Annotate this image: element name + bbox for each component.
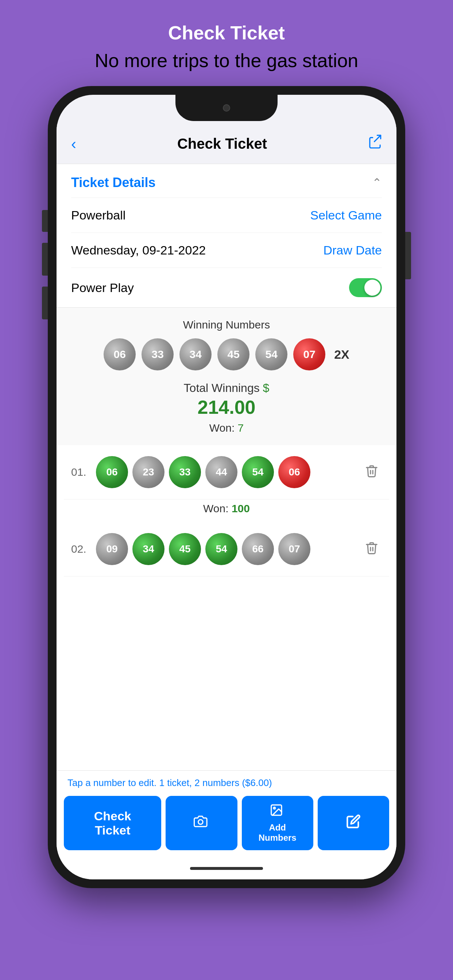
delete-ticket-1-button[interactable] xyxy=(362,462,382,482)
date-row: Wednesday, 09-21-2022 Draw Date xyxy=(71,233,382,268)
camera-button[interactable] xyxy=(166,796,237,850)
tickets-section: 01. 06 23 33 44 54 06 xyxy=(57,445,396,770)
draw-date-button[interactable]: Draw Date xyxy=(323,243,382,258)
side-button-right xyxy=(405,232,411,279)
hint-text: Tap a number to edit. xyxy=(67,777,156,788)
chevron-up-icon: ⌃ xyxy=(372,176,382,189)
phone-screen: ‹ Check Ticket Ticket Details ⌃ xyxy=(57,95,396,880)
ticket-details-section: Ticket Details ⌃ Powerball Select Game W… xyxy=(57,164,396,308)
nav-bar: ‹ Check Ticket xyxy=(57,124,396,164)
svg-point-3 xyxy=(274,807,275,809)
select-game-button[interactable]: Select Game xyxy=(310,208,382,223)
photo-icon xyxy=(270,803,286,820)
edit-icon xyxy=(346,814,361,832)
winning-numbers-label: Winning Numbers xyxy=(183,319,270,331)
ticket-details-header: Ticket Details ⌃ xyxy=(71,164,382,198)
share-button[interactable] xyxy=(368,134,382,153)
delete-ticket-2-button[interactable] xyxy=(362,539,382,559)
winning-powerball[interactable]: 07 xyxy=(293,338,325,371)
total-winnings-amount: 214.00 xyxy=(197,396,255,418)
ticket-2-ball-3[interactable]: 45 xyxy=(169,533,201,565)
home-bar xyxy=(190,867,263,870)
ticket-2-ball-4[interactable]: 54 xyxy=(205,533,238,565)
winning-balls-row: 06 33 34 45 54 07 2X xyxy=(104,338,349,371)
ticket-1-powerball[interactable]: 06 xyxy=(278,456,310,488)
ticket-1-balls: 06 23 33 44 54 06 xyxy=(96,456,357,488)
total-winnings-label: Total Winnings $ xyxy=(184,381,270,395)
check-ticket-button[interactable]: Check Ticket xyxy=(64,796,161,850)
ticket-1-won: Won: 100 xyxy=(64,500,389,522)
bottom-hint: Tap a number to edit. 1 ticket, 2 number… xyxy=(57,771,396,792)
main-content: Ticket Details ⌃ Powerball Select Game W… xyxy=(57,164,396,770)
ticket-number-2: 02. xyxy=(71,543,91,555)
price-text: ($6.00) xyxy=(242,777,272,788)
toggle-knob xyxy=(364,280,380,296)
ticket-2-ball-2[interactable]: 34 xyxy=(132,533,164,565)
photo-button[interactable]: Add Numbers xyxy=(242,796,313,850)
camera-icon xyxy=(194,815,210,832)
winning-ball-4[interactable]: 45 xyxy=(217,338,249,371)
ticket-details-title: Ticket Details xyxy=(71,175,155,190)
ticket-number-1: 01. xyxy=(71,466,91,478)
ticket-1-ball-5[interactable]: 54 xyxy=(242,456,274,488)
nav-title: Check Ticket xyxy=(177,135,267,152)
page-subtitle: No more trips to the gas station xyxy=(95,49,359,72)
winning-ball-1[interactable]: 06 xyxy=(104,338,136,371)
bottom-actions: Check Ticket xyxy=(57,792,396,858)
multiplier: 2X xyxy=(334,347,349,362)
notch xyxy=(175,95,278,121)
page-title: Check Ticket xyxy=(95,22,359,44)
side-buttons-left xyxy=(42,210,48,320)
home-indicator xyxy=(57,858,396,880)
svg-point-1 xyxy=(198,819,203,824)
date-label: Wednesday, 09-21-2022 xyxy=(71,243,206,258)
ticket-1-ball-1[interactable]: 06 xyxy=(96,456,128,488)
power-play-row: Power Play xyxy=(71,268,382,307)
add-numbers-label: Add Numbers xyxy=(249,822,306,843)
ticket-2-powerball[interactable]: 07 xyxy=(278,533,310,565)
ticket-row-1: 01. 06 23 33 44 54 06 xyxy=(64,445,389,500)
bottom-bar: Tap a number to edit. 1 ticket, 2 number… xyxy=(57,770,396,858)
svg-line-0 xyxy=(374,135,380,142)
power-play-label: Power Play xyxy=(71,281,134,295)
front-camera xyxy=(223,104,230,111)
winning-ball-2[interactable]: 33 xyxy=(142,338,174,371)
back-button[interactable]: ‹ xyxy=(71,135,76,153)
power-play-toggle[interactable] xyxy=(349,278,382,297)
ticket-1-ball-4[interactable]: 44 xyxy=(205,456,238,488)
winning-ball-5[interactable]: 54 xyxy=(255,338,287,371)
won-label: Won: 7 xyxy=(209,422,244,434)
phone-frame: ‹ Check Ticket Ticket Details ⌃ xyxy=(48,86,405,888)
ticket-1-ball-3[interactable]: 33 xyxy=(169,456,201,488)
edit-button[interactable] xyxy=(318,796,389,850)
ticket-2-ball-5[interactable]: 66 xyxy=(242,533,274,565)
tickets-count: 1 ticket, 2 numbers xyxy=(160,777,239,788)
ticket-1-ball-2[interactable]: 23 xyxy=(132,456,164,488)
game-row: Powerball Select Game xyxy=(71,198,382,233)
winning-numbers-section: Winning Numbers 06 33 34 45 54 07 2X Tot… xyxy=(57,308,396,445)
game-label: Powerball xyxy=(71,208,126,223)
winning-ball-3[interactable]: 34 xyxy=(179,338,212,371)
ticket-row-2: 02. 09 34 45 54 66 07 xyxy=(64,522,389,576)
page-header: Check Ticket No more trips to the gas st… xyxy=(95,22,359,72)
ticket-2-ball-1[interactable]: 09 xyxy=(96,533,128,565)
ticket-2-balls: 09 34 45 54 66 07 xyxy=(96,533,357,565)
